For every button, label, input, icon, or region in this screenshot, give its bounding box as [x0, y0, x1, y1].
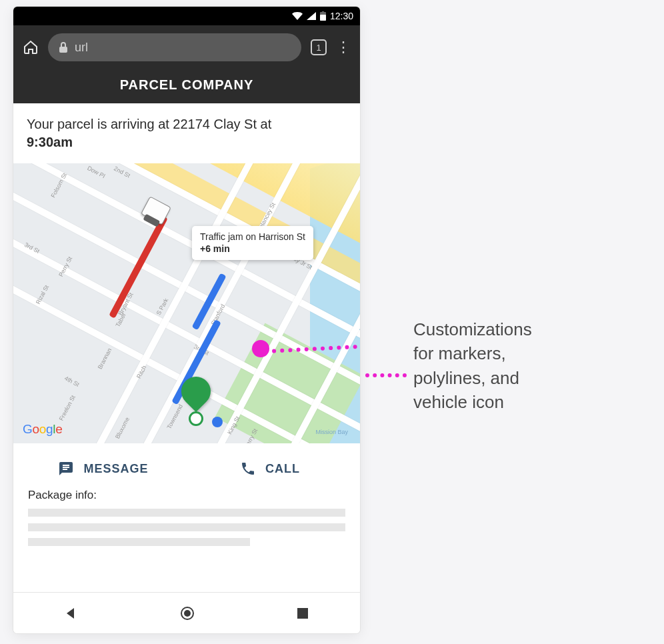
svg-rect-6 — [297, 608, 308, 619]
annotation-line: for markers, — [413, 341, 532, 365]
message-icon — [58, 461, 74, 477]
lock-icon — [59, 42, 68, 53]
brand-header: PARCEL COMPANY — [13, 69, 360, 103]
skeleton-line — [28, 509, 345, 517]
street-label: Brannan — [97, 347, 113, 371]
route-segment-traffic — [109, 215, 168, 319]
tab-count-value: 1 — [316, 43, 321, 53]
call-button[interactable]: CALL — [187, 461, 353, 477]
traffic-info-card[interactable]: Traffic jam on Harrison St +6 min — [192, 226, 313, 260]
call-label: CALL — [265, 462, 300, 476]
url-text: url — [75, 41, 88, 55]
message-button[interactable]: MESSAGE — [20, 461, 187, 477]
url-bar[interactable]: url — [48, 33, 301, 61]
arrival-message: Your parcel is arriving at 22174 Clay St… — [13, 103, 360, 163]
wifi-icon — [292, 12, 303, 20]
svg-point-5 — [184, 610, 191, 617]
battery-icon — [320, 11, 326, 21]
nav-back-icon[interactable] — [65, 607, 78, 620]
vehicle-marker[interactable] — [141, 196, 171, 225]
tab-count[interactable]: 1 — [311, 39, 327, 55]
status-bar: 12:30 — [13, 7, 360, 25]
brand-title: PARCEL COMPANY — [120, 77, 254, 92]
phone-mockup: 12:30 url 1 ⋮ PARCEL COMPANY Your parc — [13, 7, 360, 633]
callout-dot-icon — [252, 340, 269, 357]
phone-icon — [240, 461, 256, 477]
tracking-map[interactable]: Folsom St Dow Pl 2nd St 3rd St Rizal St … — [13, 163, 360, 443]
browser-toolbar: url 1 ⋮ — [13, 25, 360, 69]
arrival-time: 9:30am — [27, 135, 73, 149]
street-label: Dow Pl — [86, 165, 106, 179]
cell-signal-icon — [307, 12, 316, 20]
nav-recent-icon[interactable] — [297, 607, 309, 619]
svg-rect-2 — [322, 11, 324, 13]
street-label: Freelon St — [58, 394, 77, 421]
traffic-line1: Traffic jam on Harrison St — [200, 231, 305, 243]
message-label: MESSAGE — [83, 462, 148, 476]
android-nav-bar — [13, 592, 360, 633]
street-label: 4th St — [63, 375, 80, 388]
annotation-line: polylines, and — [413, 366, 532, 390]
package-info-section: Package info: — [13, 486, 360, 553]
annotation-line: vehicle icon — [413, 390, 532, 414]
traffic-delay: +6 min — [200, 243, 230, 254]
status-time: 12:30 — [330, 11, 353, 21]
destination-ring — [189, 411, 203, 426]
location-dot — [212, 417, 223, 427]
annotation-text: Customizations for markers, polylines, a… — [413, 317, 532, 415]
annotation-line: Customizations — [413, 317, 532, 341]
svg-rect-3 — [59, 47, 67, 53]
svg-rect-1 — [320, 15, 326, 21]
area-label: Mission Bay — [315, 429, 348, 435]
skeleton-line — [28, 523, 345, 531]
arrival-line1: Your parcel is arriving at 22174 Clay St… — [27, 117, 271, 131]
action-row: MESSAGE CALL — [13, 443, 360, 486]
nav-home-icon[interactable] — [180, 606, 195, 621]
skeleton-line — [28, 538, 250, 546]
callout-line-icon — [365, 373, 407, 377]
home-icon[interactable] — [23, 39, 39, 55]
package-info-label: Package info: — [28, 489, 345, 502]
map-attribution: Google — [23, 422, 63, 437]
